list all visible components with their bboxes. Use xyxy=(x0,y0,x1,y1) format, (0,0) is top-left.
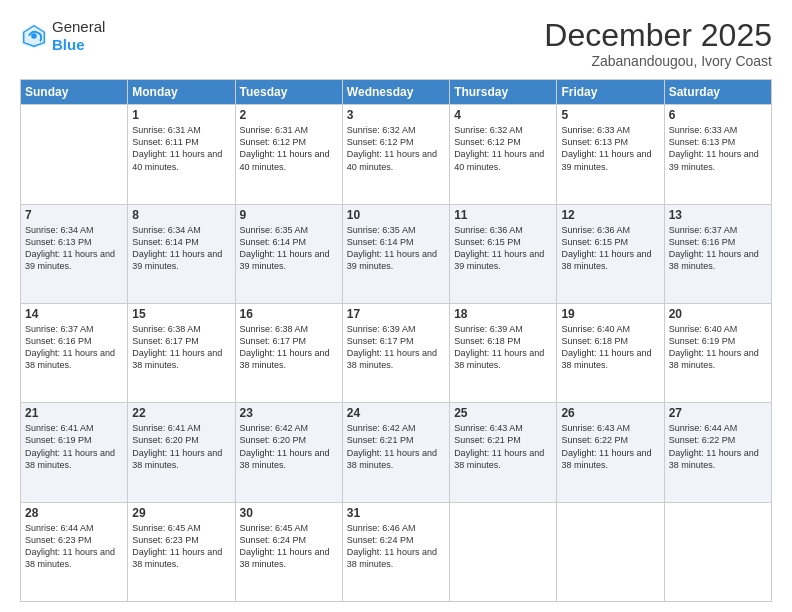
calendar-cell: 9Sunrise: 6:35 AMSunset: 6:14 PMDaylight… xyxy=(235,204,342,303)
calendar-cell: 31Sunrise: 6:46 AMSunset: 6:24 PMDayligh… xyxy=(342,502,449,601)
calendar-cell: 21Sunrise: 6:41 AMSunset: 6:19 PMDayligh… xyxy=(21,403,128,502)
day-number: 19 xyxy=(561,307,659,321)
day-number: 12 xyxy=(561,208,659,222)
day-info: Sunrise: 6:37 AMSunset: 6:16 PMDaylight:… xyxy=(25,323,123,372)
calendar-cell: 29Sunrise: 6:45 AMSunset: 6:23 PMDayligh… xyxy=(128,502,235,601)
calendar-cell: 25Sunrise: 6:43 AMSunset: 6:21 PMDayligh… xyxy=(450,403,557,502)
day-number: 23 xyxy=(240,406,338,420)
day-info: Sunrise: 6:40 AMSunset: 6:19 PMDaylight:… xyxy=(669,323,767,372)
calendar-cell: 22Sunrise: 6:41 AMSunset: 6:20 PMDayligh… xyxy=(128,403,235,502)
calendar-cell xyxy=(450,502,557,601)
day-number: 31 xyxy=(347,506,445,520)
calendar-table: SundayMondayTuesdayWednesdayThursdayFrid… xyxy=(20,79,772,602)
day-info: Sunrise: 6:44 AMSunset: 6:22 PMDaylight:… xyxy=(669,422,767,471)
calendar-header-friday: Friday xyxy=(557,80,664,105)
day-number: 11 xyxy=(454,208,552,222)
day-info: Sunrise: 6:44 AMSunset: 6:23 PMDaylight:… xyxy=(25,522,123,571)
main-title: December 2025 xyxy=(544,18,772,53)
day-info: Sunrise: 6:31 AMSunset: 6:12 PMDaylight:… xyxy=(240,124,338,173)
day-number: 17 xyxy=(347,307,445,321)
calendar-header-saturday: Saturday xyxy=(664,80,771,105)
calendar-week-row: 14Sunrise: 6:37 AMSunset: 6:16 PMDayligh… xyxy=(21,303,772,402)
day-info: Sunrise: 6:43 AMSunset: 6:22 PMDaylight:… xyxy=(561,422,659,471)
logo-blue: Blue xyxy=(52,36,105,54)
calendar-header-wednesday: Wednesday xyxy=(342,80,449,105)
calendar-cell xyxy=(664,502,771,601)
calendar-cell: 6Sunrise: 6:33 AMSunset: 6:13 PMDaylight… xyxy=(664,105,771,204)
calendar-header-row: SundayMondayTuesdayWednesdayThursdayFrid… xyxy=(21,80,772,105)
calendar-cell: 27Sunrise: 6:44 AMSunset: 6:22 PMDayligh… xyxy=(664,403,771,502)
day-number: 7 xyxy=(25,208,123,222)
calendar-cell: 5Sunrise: 6:33 AMSunset: 6:13 PMDaylight… xyxy=(557,105,664,204)
day-info: Sunrise: 6:35 AMSunset: 6:14 PMDaylight:… xyxy=(240,224,338,273)
day-number: 15 xyxy=(132,307,230,321)
logo-general: General xyxy=(52,18,105,36)
day-number: 9 xyxy=(240,208,338,222)
calendar-cell: 16Sunrise: 6:38 AMSunset: 6:17 PMDayligh… xyxy=(235,303,342,402)
day-info: Sunrise: 6:40 AMSunset: 6:18 PMDaylight:… xyxy=(561,323,659,372)
calendar-cell: 15Sunrise: 6:38 AMSunset: 6:17 PMDayligh… xyxy=(128,303,235,402)
calendar-week-row: 1Sunrise: 6:31 AMSunset: 6:11 PMDaylight… xyxy=(21,105,772,204)
day-number: 22 xyxy=(132,406,230,420)
calendar-cell: 2Sunrise: 6:31 AMSunset: 6:12 PMDaylight… xyxy=(235,105,342,204)
calendar-cell: 17Sunrise: 6:39 AMSunset: 6:17 PMDayligh… xyxy=(342,303,449,402)
calendar-header-monday: Monday xyxy=(128,80,235,105)
day-info: Sunrise: 6:38 AMSunset: 6:17 PMDaylight:… xyxy=(240,323,338,372)
calendar-week-row: 7Sunrise: 6:34 AMSunset: 6:13 PMDaylight… xyxy=(21,204,772,303)
calendar-cell: 1Sunrise: 6:31 AMSunset: 6:11 PMDaylight… xyxy=(128,105,235,204)
day-info: Sunrise: 6:33 AMSunset: 6:13 PMDaylight:… xyxy=(561,124,659,173)
day-number: 5 xyxy=(561,108,659,122)
day-number: 16 xyxy=(240,307,338,321)
title-block: December 2025 Zabanandougou, Ivory Coast xyxy=(544,18,772,69)
day-info: Sunrise: 6:39 AMSunset: 6:17 PMDaylight:… xyxy=(347,323,445,372)
day-number: 30 xyxy=(240,506,338,520)
day-info: Sunrise: 6:45 AMSunset: 6:23 PMDaylight:… xyxy=(132,522,230,571)
calendar-cell: 30Sunrise: 6:45 AMSunset: 6:24 PMDayligh… xyxy=(235,502,342,601)
day-number: 10 xyxy=(347,208,445,222)
calendar-cell: 12Sunrise: 6:36 AMSunset: 6:15 PMDayligh… xyxy=(557,204,664,303)
calendar-header-thursday: Thursday xyxy=(450,80,557,105)
day-info: Sunrise: 6:41 AMSunset: 6:19 PMDaylight:… xyxy=(25,422,123,471)
page: General Blue December 2025 Zabanandougou… xyxy=(0,0,792,612)
calendar-cell: 23Sunrise: 6:42 AMSunset: 6:20 PMDayligh… xyxy=(235,403,342,502)
day-info: Sunrise: 6:34 AMSunset: 6:14 PMDaylight:… xyxy=(132,224,230,273)
day-number: 4 xyxy=(454,108,552,122)
svg-point-2 xyxy=(31,33,37,39)
day-number: 20 xyxy=(669,307,767,321)
day-info: Sunrise: 6:32 AMSunset: 6:12 PMDaylight:… xyxy=(347,124,445,173)
day-info: Sunrise: 6:42 AMSunset: 6:21 PMDaylight:… xyxy=(347,422,445,471)
day-info: Sunrise: 6:33 AMSunset: 6:13 PMDaylight:… xyxy=(669,124,767,173)
calendar-cell: 28Sunrise: 6:44 AMSunset: 6:23 PMDayligh… xyxy=(21,502,128,601)
calendar-cell: 8Sunrise: 6:34 AMSunset: 6:14 PMDaylight… xyxy=(128,204,235,303)
logo: General Blue xyxy=(20,18,105,54)
day-number: 3 xyxy=(347,108,445,122)
day-info: Sunrise: 6:32 AMSunset: 6:12 PMDaylight:… xyxy=(454,124,552,173)
day-info: Sunrise: 6:31 AMSunset: 6:11 PMDaylight:… xyxy=(132,124,230,173)
calendar-cell: 7Sunrise: 6:34 AMSunset: 6:13 PMDaylight… xyxy=(21,204,128,303)
calendar-week-row: 21Sunrise: 6:41 AMSunset: 6:19 PMDayligh… xyxy=(21,403,772,502)
day-info: Sunrise: 6:43 AMSunset: 6:21 PMDaylight:… xyxy=(454,422,552,471)
calendar-cell: 13Sunrise: 6:37 AMSunset: 6:16 PMDayligh… xyxy=(664,204,771,303)
calendar-week-row: 28Sunrise: 6:44 AMSunset: 6:23 PMDayligh… xyxy=(21,502,772,601)
day-number: 28 xyxy=(25,506,123,520)
calendar-cell: 24Sunrise: 6:42 AMSunset: 6:21 PMDayligh… xyxy=(342,403,449,502)
day-info: Sunrise: 6:42 AMSunset: 6:20 PMDaylight:… xyxy=(240,422,338,471)
calendar-cell: 26Sunrise: 6:43 AMSunset: 6:22 PMDayligh… xyxy=(557,403,664,502)
calendar-cell xyxy=(21,105,128,204)
day-number: 13 xyxy=(669,208,767,222)
calendar-cell: 18Sunrise: 6:39 AMSunset: 6:18 PMDayligh… xyxy=(450,303,557,402)
calendar-cell: 10Sunrise: 6:35 AMSunset: 6:14 PMDayligh… xyxy=(342,204,449,303)
day-number: 21 xyxy=(25,406,123,420)
day-info: Sunrise: 6:34 AMSunset: 6:13 PMDaylight:… xyxy=(25,224,123,273)
calendar-header-tuesday: Tuesday xyxy=(235,80,342,105)
day-info: Sunrise: 6:37 AMSunset: 6:16 PMDaylight:… xyxy=(669,224,767,273)
calendar-header-sunday: Sunday xyxy=(21,80,128,105)
day-info: Sunrise: 6:41 AMSunset: 6:20 PMDaylight:… xyxy=(132,422,230,471)
calendar-cell: 3Sunrise: 6:32 AMSunset: 6:12 PMDaylight… xyxy=(342,105,449,204)
subtitle: Zabanandougou, Ivory Coast xyxy=(544,53,772,69)
day-number: 26 xyxy=(561,406,659,420)
calendar-cell: 4Sunrise: 6:32 AMSunset: 6:12 PMDaylight… xyxy=(450,105,557,204)
day-number: 6 xyxy=(669,108,767,122)
day-number: 14 xyxy=(25,307,123,321)
day-info: Sunrise: 6:35 AMSunset: 6:14 PMDaylight:… xyxy=(347,224,445,273)
